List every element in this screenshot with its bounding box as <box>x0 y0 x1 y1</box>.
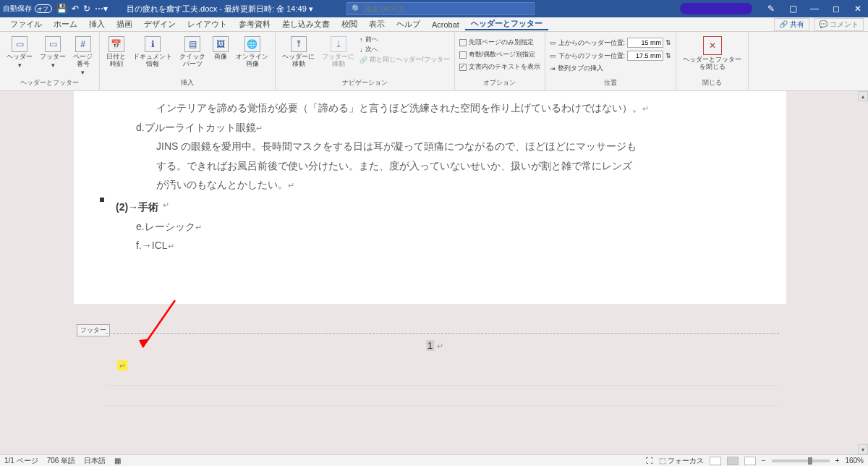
maximize-icon[interactable]: ◻ <box>829 4 843 14</box>
share-button[interactable]: 🔗 共有 <box>774 18 809 31</box>
header-from-top-row: ▭上からのヘッダー位置:⇅ <box>550 38 672 48</box>
document-canvas[interactable]: ▴ インテリアを諦める覚悟が必要（「諦める」と言うほど洗練された空間を作り上げて… <box>0 91 868 454</box>
footer-icon: ▭ <box>45 36 61 52</box>
docinfo-button[interactable]: ℹドキュメント 情報 <box>131 35 174 69</box>
footer-boundary <box>106 333 779 334</box>
zoom-slider[interactable] <box>772 459 830 462</box>
margin-guide <box>106 405 779 406</box>
header-from-top-input[interactable] <box>627 38 663 48</box>
autosave-label: 自動保存 <box>3 4 32 14</box>
tab-insert[interactable]: 挿入 <box>83 19 111 30</box>
group-position: ▭上からのヘッダー位置:⇅ ▭下からのフッター位置:⇅ ⇥整列タブの挿入 位置 <box>545 32 677 90</box>
ribbon-options-icon[interactable]: ✎ <box>764 4 778 14</box>
header-button[interactable]: ▭ヘッダー▾ <box>4 35 35 71</box>
highlighted-paragraph-mark[interactable]: ↵ <box>117 360 127 370</box>
tab-review[interactable]: 校閲 <box>336 19 363 30</box>
link-previous-button[interactable]: 🔗前と同じヘッダー/フッター <box>359 55 450 64</box>
ribbon: ▭ヘッダー▾ ▭フッター▾ #ページ 番号▾ ヘッダーとフッター 📅日付と 時刻… <box>0 32 868 91</box>
undo-icon[interactable]: ↶ <box>72 4 79 14</box>
close-icon[interactable]: ✕ <box>851 4 865 14</box>
quickparts-button[interactable]: ▤クイック パーツ <box>177 35 208 69</box>
page-number-button[interactable]: #ページ 番号▾ <box>71 35 95 78</box>
footer-area[interactable]: フッター 1 ↵ ↵ <box>74 304 786 449</box>
next-section-button[interactable]: ↓次へ <box>359 45 450 54</box>
focus-mode-button[interactable]: ⬚ フォーカス <box>659 456 704 466</box>
menu-bar: ファイル ホーム 挿入 描画 デザイン レイアウト 参考資料 差し込み文書 校閲… <box>0 17 868 32</box>
show-document-text-checkbox[interactable]: ✓文書内のテキストを表示 <box>459 62 540 72</box>
bullet-icon <box>100 198 104 202</box>
autosave-toggle[interactable]: 自動保存 オフ <box>3 4 52 14</box>
document-page[interactable]: インテリアを諦める覚悟が必要（「諦める」と言うほど洗練された空間を作り上げている… <box>74 91 786 304</box>
quick-access-toolbar: 💾 ↶ ↻ ⋯▾ <box>56 4 108 14</box>
close-header-footer-button[interactable]: ✕ヘッダーとフッター を閉じる <box>681 35 744 72</box>
subheading-d: d.ブルーライトカット眼鏡 <box>136 122 256 133</box>
tab-design[interactable]: デザイン <box>138 19 182 30</box>
tab-acrobat[interactable]: Acrobat <box>426 20 465 29</box>
zoom-level[interactable]: 160% <box>845 457 864 465</box>
paragraph-mark-icon: ↵ <box>163 198 169 217</box>
goto-footer-icon: ⤓ <box>331 36 346 52</box>
scroll-up-button[interactable]: ▴ <box>858 91 868 101</box>
display-settings-icon[interactable]: ⛶ <box>646 457 653 465</box>
language-status[interactable]: 日本語 <box>84 456 106 466</box>
tab-layout[interactable]: レイアウト <box>182 19 233 30</box>
subheading-f: f.→ICL <box>136 240 168 251</box>
body-text: が汚いのもなんとかしたい。 <box>156 179 288 190</box>
word-count[interactable]: 706 単語 <box>47 456 75 466</box>
picture-button[interactable]: 🖼画像 <box>210 35 231 62</box>
restore-icon[interactable]: ▢ <box>786 4 800 14</box>
tab-home[interactable]: ホーム <box>48 19 83 30</box>
footer-from-bottom-input[interactable] <box>627 51 663 61</box>
zoom-out-button[interactable]: − <box>762 457 766 465</box>
svg-line-0 <box>142 300 175 347</box>
quickparts-icon: ▤ <box>184 36 200 52</box>
redo-icon[interactable]: ↻ <box>83 4 90 14</box>
first-page-different-checkbox[interactable]: 先頭ページのみ別指定 <box>459 38 540 47</box>
page-count[interactable]: 1/1 ページ <box>4 456 38 466</box>
page-number-field[interactable]: 1 <box>426 340 434 351</box>
odd-even-different-checkbox[interactable]: 奇数/偶数ページ別指定 <box>459 50 540 59</box>
tab-header-footer[interactable]: ヘッダーとフッター <box>465 18 548 30</box>
heading-2: (2)→手術 <box>116 198 158 217</box>
tab-references[interactable]: 参考資料 <box>233 19 276 30</box>
group-options: 先頭ページのみ別指定 奇数/偶数ページ別指定 ✓文書内のテキストを表示 オプショ… <box>455 32 545 90</box>
tab-file[interactable]: ファイル <box>4 19 48 30</box>
goto-footer-button[interactable]: ⤓フッターに 移動 <box>320 35 357 69</box>
scroll-down-button[interactable]: ▾ <box>858 444 868 454</box>
minimize-icon[interactable]: — <box>807 4 822 14</box>
user-badge[interactable] <box>680 3 752 14</box>
calendar-icon: 📅 <box>109 36 124 52</box>
insert-alignment-tab-button[interactable]: ⇥整列タブの挿入 <box>550 64 672 73</box>
svg-marker-1 <box>139 339 150 347</box>
paragraph-mark-icon: ↵ <box>288 181 294 190</box>
tab-view[interactable]: 表示 <box>363 19 391 30</box>
zoom-in-button[interactable]: + <box>835 457 840 465</box>
read-mode-button[interactable] <box>710 457 721 465</box>
online-picture-button[interactable]: 🌐オンライン 画像 <box>234 35 271 69</box>
more-icon[interactable]: ⋯▾ <box>95 4 108 14</box>
datetime-button[interactable]: 📅日付と 時刻 <box>104 35 128 69</box>
prev-section-button[interactable]: ↑前へ <box>359 35 450 44</box>
paragraph-mark-icon: ↵ <box>256 124 263 132</box>
tab-mailings[interactable]: 差し込み文書 <box>276 19 336 30</box>
save-icon[interactable]: 💾 <box>56 4 67 14</box>
paragraph-mark-icon: ↵ <box>168 242 174 250</box>
search-box[interactable]: 🔍 <box>346 2 535 15</box>
tab-draw[interactable]: 描画 <box>111 19 138 30</box>
search-input[interactable] <box>365 5 529 13</box>
goto-header-button[interactable]: ⤒ヘッダーに 移動 <box>280 35 317 69</box>
zoom-thumb[interactable] <box>808 457 812 465</box>
spinner-icon[interactable]: ⇅ <box>665 39 671 46</box>
tab-help[interactable]: ヘルプ <box>391 19 426 30</box>
subheading-e: e.レーシック <box>136 221 195 232</box>
autosave-state: オフ <box>35 4 52 13</box>
footer-button[interactable]: ▭フッター▾ <box>38 35 68 71</box>
web-layout-button[interactable] <box>744 457 756 465</box>
spinner-icon[interactable]: ⇅ <box>665 52 671 59</box>
body-text: する。できればお風呂前後で使い分けたい。また、度が入っていないせいか、扱いが割と… <box>146 156 750 176</box>
margin-guide <box>106 385 779 386</box>
close-hf-icon: ✕ <box>703 36 722 55</box>
comment-button[interactable]: 💬 コメント <box>814 18 864 31</box>
macro-icon[interactable]: ▦ <box>114 457 121 465</box>
print-layout-button[interactable] <box>727 457 739 465</box>
